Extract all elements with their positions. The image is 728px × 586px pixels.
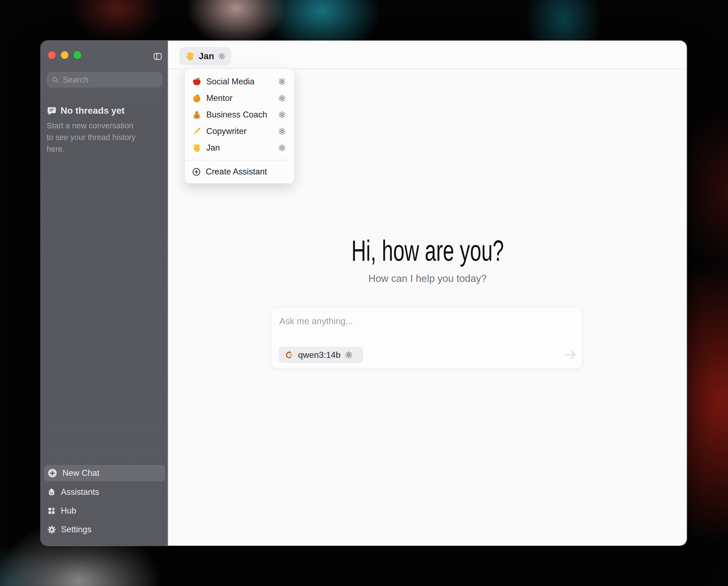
sidebar-item-new-chat[interactable]: New Chat [44, 465, 165, 481]
sidebar-item-hub[interactable]: Hub [44, 503, 165, 519]
gear-icon[interactable] [278, 78, 286, 86]
sidebar-item-label: Hub [61, 506, 76, 516]
greeting-title: Hi, how are you? [168, 234, 687, 268]
sidebar-item-label: Assistants [61, 487, 99, 497]
assistant-name: Mentor [206, 93, 274, 103]
desktop-background: No threads yet Start a new conversation … [0, 0, 728, 586]
gear-icon[interactable] [278, 94, 286, 102]
sidebar-item-assistants[interactable]: Assistants [44, 484, 165, 500]
assistant-name: Business Coach [206, 110, 274, 119]
gear-icon [47, 525, 56, 534]
gear-icon[interactable] [345, 351, 353, 359]
tangerine-icon [192, 93, 202, 103]
gear-icon[interactable] [218, 52, 226, 60]
assistant-name: Social Media [206, 77, 274, 86]
assistant-selector-button[interactable]: Jan [179, 47, 231, 65]
send-button[interactable] [564, 348, 577, 362]
sidebar-nav: New Chat Assistants [44, 41, 165, 545]
app-window: No threads yet Start a new conversation … [41, 41, 687, 545]
create-assistant-button[interactable]: Create Assistant [185, 160, 294, 183]
assistant-menu-item-social-media[interactable]: Social Media [185, 73, 294, 90]
active-assistant-name: Jan [199, 51, 214, 61]
assistant-name: Copywriter [206, 127, 274, 136]
wave-hand-icon [192, 143, 202, 153]
sidebar-item-label: New Chat [62, 468, 99, 478]
llama-provider-icon [284, 350, 294, 360]
wave-hand-icon [185, 51, 195, 61]
money-bag-icon: $ [192, 110, 202, 119]
assistant-menu-item-jan[interactable]: Jan [185, 139, 294, 156]
assistant-menu-item-copywriter[interactable]: Copywriter [185, 123, 294, 139]
sidebar-item-settings[interactable]: Settings [44, 522, 165, 538]
plus-circle-icon [47, 468, 57, 478]
gear-icon[interactable] [278, 111, 286, 119]
plus-circle-outline-icon [192, 167, 201, 176]
assistant-menu: Social Media [184, 69, 295, 184]
assistant-menu-item-mentor[interactable]: Mentor [185, 90, 294, 106]
svg-text:$: $ [196, 114, 198, 118]
assistant-face-icon [47, 488, 56, 497]
composer: qwen3:14b [270, 307, 583, 369]
gear-icon[interactable] [278, 144, 286, 152]
gear-icon[interactable] [278, 127, 286, 135]
message-input[interactable] [271, 308, 582, 343]
model-selector-button[interactable]: qwen3:14b [279, 347, 363, 363]
chat-panel: Jan [168, 41, 687, 545]
pencil-icon [192, 127, 202, 136]
arrow-right-icon [564, 348, 577, 362]
assistant-menu-item-business-coach[interactable]: $ Business Coach [185, 106, 294, 123]
greeting-subtitle: How can I help you today? [168, 273, 687, 284]
sidebar: No threads yet Start a new conversation … [41, 41, 168, 545]
chat-header: Jan [168, 41, 687, 69]
grid-plus-icon [47, 507, 56, 515]
apple-icon [192, 77, 202, 86]
create-assistant-label: Create Assistant [206, 167, 267, 177]
sidebar-item-label: Settings [61, 525, 92, 534]
model-name: qwen3:14b [298, 350, 341, 360]
assistant-name: Jan [206, 143, 274, 153]
